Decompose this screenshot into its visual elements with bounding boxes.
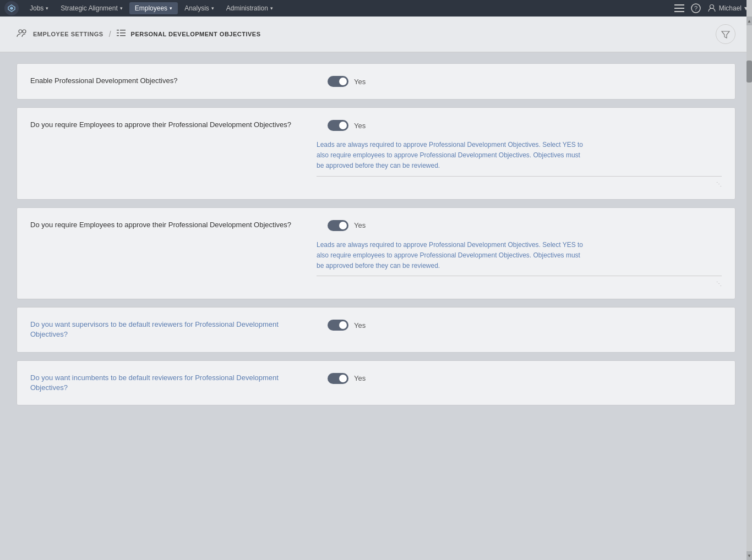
toggle-track (328, 320, 348, 331)
toggle-yes-label: Yes (354, 78, 366, 86)
setting-row: Do you require Employees to approve thei… (30, 120, 722, 131)
setting-card-require-approve-1: Do you require Employees to approve thei… (17, 107, 735, 200)
svg-rect-3 (674, 8, 684, 9)
breadcrumb: EMPLOYEE SETTINGS / PERSONAL DEVELOPMENT… (0, 17, 752, 52)
setting-control: Yes (328, 120, 366, 131)
toggle-thumb (339, 78, 347, 85)
svg-rect-4 (674, 11, 684, 12)
setting-row: Do you want incumbents to be default rev… (30, 373, 722, 393)
setting-row: Do you want supervisors to be default re… (30, 320, 722, 339)
scroll-down-button[interactable]: ▼ (746, 551, 752, 560)
toggle-incumbents-reviewers[interactable] (328, 373, 348, 384)
setting-question: Do you require Employees to approve thei… (30, 220, 317, 230)
svg-point-9 (23, 30, 26, 33)
user-menu[interactable]: Michael ▾ (707, 4, 748, 13)
main-content: Enable Professional Development Objectiv… (0, 52, 752, 560)
toggle-require-approve-2[interactable] (328, 220, 348, 231)
scrollbar-thumb[interactable] (746, 61, 752, 83)
textarea-bottom: ⋱ (317, 276, 722, 287)
employees-icon (17, 29, 28, 40)
help-icon[interactable]: ? (691, 3, 701, 13)
setting-control: Yes (328, 220, 366, 231)
list-icon (117, 29, 126, 39)
svg-point-8 (19, 30, 22, 33)
breadcrumb-page-title: PERSONAL DEVELOPMENT OBJECTIVES (131, 31, 261, 37)
breadcrumb-section-link[interactable]: EMPLOYEE SETTINGS (33, 31, 103, 37)
toggle-yes-label: Yes (354, 321, 366, 330)
setting-description: Leads are always required to approve Pro… (317, 140, 586, 172)
toggle-track (328, 120, 348, 131)
menu-icon[interactable] (674, 4, 684, 12)
svg-rect-2 (674, 4, 684, 6)
setting-row: Enable Professional Development Objectiv… (30, 76, 722, 87)
setting-card-require-approve-2: Do you require Employees to approve thei… (17, 207, 735, 300)
nav-jobs[interactable]: Jobs ▾ (24, 2, 54, 14)
nav-analysis[interactable]: Analysis ▾ (179, 2, 220, 14)
breadcrumb-separator: / (109, 30, 111, 39)
setting-card-supervisors-reviewers: Do you want supervisors to be default re… (17, 307, 735, 352)
toggle-thumb (339, 375, 347, 382)
filter-button[interactable] (716, 24, 735, 44)
nav-items: Jobs ▾ Strategic Alignment ▾ Employees ▾… (24, 2, 674, 14)
setting-card-incumbents-reviewers: Do you want incumbents to be default rev… (17, 360, 735, 405)
setting-row: Do you require Employees to approve thei… (30, 220, 722, 231)
toggle-track (328, 76, 348, 87)
toggle-track (328, 373, 348, 384)
setting-description: Leads are always required to approve Pro… (317, 240, 586, 272)
resize-handle-icon[interactable]: ⋱ (716, 181, 722, 187)
toggle-thumb (339, 321, 347, 329)
setting-question: Do you want supervisors to be default re… (30, 320, 317, 339)
setting-control: Yes (328, 373, 366, 384)
svg-marker-1 (10, 7, 13, 10)
setting-question: Enable Professional Development Objectiv… (30, 76, 317, 86)
svg-marker-16 (722, 31, 729, 38)
toggle-yes-label: Yes (354, 221, 366, 229)
textarea-bottom: ⋱ (317, 176, 722, 187)
setting-control: Yes (328, 76, 366, 87)
setting-card-enable-pdo: Enable Professional Development Objectiv… (17, 63, 735, 100)
chevron-down-icon: ▾ (211, 6, 214, 11)
setting-question: Do you want incumbents to be default rev… (30, 373, 317, 393)
svg-rect-11 (120, 30, 126, 31)
svg-rect-15 (120, 35, 126, 36)
top-nav: Jobs ▾ Strategic Alignment ▾ Employees ▾… (0, 0, 752, 17)
chevron-down-icon: ▾ (46, 6, 48, 11)
svg-rect-13 (120, 32, 126, 34)
toggle-yes-label: Yes (354, 374, 366, 382)
nav-strategic-alignment[interactable]: Strategic Alignment ▾ (55, 2, 128, 14)
scroll-up-button[interactable]: ▲ (746, 17, 752, 25)
toggle-thumb (339, 222, 347, 229)
chevron-down-icon: ▾ (270, 6, 273, 11)
toggle-yes-label: Yes (354, 122, 366, 130)
svg-text:?: ? (694, 5, 697, 12)
svg-rect-12 (117, 32, 119, 34)
svg-rect-10 (117, 30, 119, 31)
toggle-require-approve-1[interactable] (328, 120, 348, 131)
scrollbar-track: ▲ ▼ (746, 0, 752, 560)
toggle-supervisors-reviewers[interactable] (328, 320, 348, 331)
chevron-down-icon: ▾ (120, 6, 123, 11)
setting-question: Do you require Employees to approve thei… (30, 120, 317, 130)
resize-handle-icon[interactable]: ⋱ (716, 281, 722, 287)
nav-right: ? Michael ▾ (674, 3, 748, 13)
chevron-down-icon: ▾ (170, 6, 172, 11)
app-logo[interactable] (4, 1, 19, 15)
nav-employees[interactable]: Employees ▾ (129, 2, 178, 14)
toggle-thumb (339, 122, 347, 129)
toggle-enable-pdo[interactable] (328, 76, 348, 87)
svg-rect-14 (117, 35, 119, 36)
nav-administration[interactable]: Administration ▾ (221, 2, 279, 14)
setting-control: Yes (328, 320, 366, 331)
toggle-track (328, 220, 348, 231)
